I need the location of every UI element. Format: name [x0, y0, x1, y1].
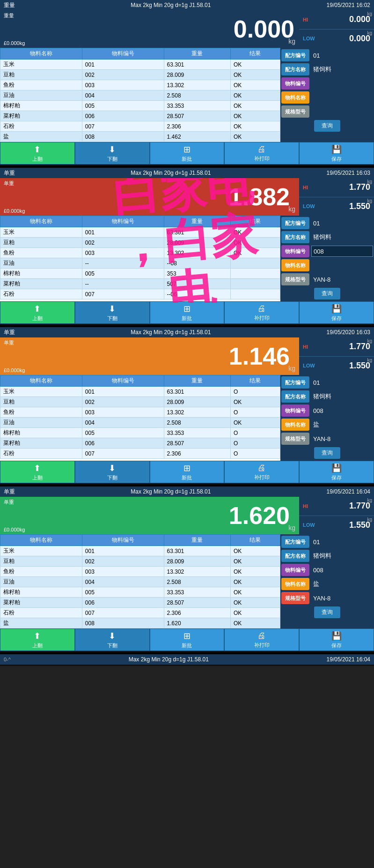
material-no-label-2: 物料编号	[281, 245, 309, 257]
btn-new-2[interactable]: ⊞ 新批	[150, 301, 225, 324]
table-cell: 002	[82, 397, 164, 407]
btn-up-2[interactable]: ⬆ 上翻	[0, 301, 75, 324]
btn-new-1[interactable]: ⊞ 新批	[150, 142, 225, 165]
table-row: 鱼粉00313.302OK	[0, 248, 280, 258]
table-cell: 鱼粉	[0, 248, 82, 258]
topbar-4: 单重 Max 2kg Min 20g d=1g J1.58.01 19/05/2…	[0, 486, 374, 497]
btn-print-4[interactable]: 🖨 补打印	[224, 629, 299, 651]
btn-new-4[interactable]: ⊞ 新批	[150, 629, 225, 651]
table-cell: 008	[82, 618, 164, 629]
table-cell: 菜籽粕	[0, 598, 82, 608]
weight-main-2: 单重 1.882 £0.000kg kg	[0, 178, 299, 216]
btn-up-icon-4: ⬆	[34, 631, 41, 641]
table-cell: 13.302	[164, 80, 230, 90]
btn-up-4[interactable]: ⬆ 上翻	[0, 629, 75, 651]
hi-row-2: HI 1.770 kg	[299, 178, 374, 197]
table-cell: 28.009	[164, 397, 230, 407]
formula-no-value-3: 01	[311, 379, 373, 386]
btn-print-label-2: 补打印	[254, 314, 270, 322]
spec-label-3: 规格型号	[281, 433, 309, 445]
btn-down-1[interactable]: ⬇ 下翻	[75, 142, 150, 165]
table-cell: 28.507	[164, 111, 230, 121]
table-cell: O	[230, 407, 280, 418]
spec-label-1: 规格型号	[281, 105, 309, 118]
hi-row-3: HI 1.770 kg	[299, 337, 374, 356]
btn-up-3[interactable]: ⬆ 上翻	[0, 461, 75, 483]
kg-unit-1: kg	[288, 37, 295, 45]
btn-new-icon-4: ⊞	[183, 631, 191, 641]
btn-new-3[interactable]: ⊞ 新批	[150, 461, 225, 483]
btn-print-label-4: 补打印	[254, 642, 270, 649]
query-btn-1[interactable]: 查询	[314, 120, 340, 132]
table-cell: OK	[230, 90, 280, 101]
topbar-left-1: 重量	[4, 1, 15, 9]
spec-label-2: 规格型号	[281, 273, 309, 285]
spec-value-4: YAN-8	[311, 595, 373, 602]
table-cell: OK	[230, 101, 280, 111]
topbar-2: 单重 Max 2kg Min 20g d=1g J1.58.01 19/05/2…	[0, 168, 374, 178]
btn-save-icon-2: 💾	[331, 304, 342, 314]
table-cell: 33.353	[164, 587, 230, 598]
table-cell: 63.301	[164, 546, 230, 556]
data-table-1: 物料名称 物料编号 重量 结果 玉米00163.301OK豆粕00228.009…	[0, 48, 280, 142]
btn-save-2[interactable]: 💾 保存	[299, 301, 374, 324]
table-cell: --	[82, 258, 164, 269]
btn-print-1[interactable]: 🖨 补打印	[224, 142, 299, 165]
weight-value-1: 0.000	[234, 17, 294, 41]
query-btn-4[interactable]: 查询	[314, 606, 340, 618]
weight-main-1: 重量 0.000 £0.000kg kg	[0, 10, 299, 48]
btn-save-1[interactable]: 💾 保存	[299, 142, 374, 165]
btn-print-2[interactable]: 🖨 补打印	[224, 301, 299, 324]
btn-save-label-1: 保存	[331, 156, 342, 163]
table-cell: 004	[82, 418, 164, 428]
table-row: 菜籽粕00628.507OK	[0, 598, 280, 608]
col-weight-2: 重量	[164, 216, 230, 227]
btn-print-3[interactable]: 🖨 补打印	[224, 461, 299, 483]
topbar-center-4: Max 2kg Min 20g d=1g J1.58.01	[131, 488, 211, 495]
table-cell: 石粉	[0, 449, 82, 459]
btn-new-label-3: 新批	[182, 474, 192, 481]
hi-label-4: HI	[303, 503, 308, 509]
btn-down-2[interactable]: ⬇ 下翻	[75, 301, 150, 324]
weight-label-2: 单重	[4, 180, 14, 187]
table-cell: 豆油	[0, 90, 82, 101]
weight-area-1: 重量 0.000 £0.000kg kg HI 0.000 kg LOW 0.0…	[0, 10, 374, 48]
kg-unit-3: kg	[288, 365, 295, 372]
btn-new-label-2: 新批	[182, 315, 192, 322]
table-cell: OK	[230, 111, 280, 121]
query-btn-3[interactable]: 查询	[314, 447, 340, 459]
panel-1: 重量 Max 2kg Min 20g d=1g J1.58.01 19/05/2…	[0, 0, 374, 168]
btn-save-4[interactable]: 💾 保存	[299, 629, 374, 651]
btn-print-icon-4: 🖨	[257, 631, 266, 641]
table-row: 玉米00163.301O	[0, 387, 280, 397]
topbar-center-5: Max 2kg Min 20g d=1g J1.58.01	[129, 656, 209, 663]
right-panel-2: 配方编号 01 配方名称 猪饲料 物料编号 008 物料名称 规格型号 Y	[280, 216, 374, 301]
btn-down-3[interactable]: ⬇ 下翻	[75, 461, 150, 483]
query-btn-2[interactable]: 查询	[314, 288, 340, 299]
btn-down-4[interactable]: ⬇ 下翻	[75, 629, 150, 651]
low-unit-3: kg	[367, 358, 372, 363]
table-cell: 2.508	[164, 577, 230, 587]
low-unit-4: kg	[367, 517, 372, 522]
formula-no-value-4: 01	[311, 539, 373, 546]
table-row: 鱼粉00313.302OK	[0, 80, 280, 90]
formula-no-label-4: 配方编号	[281, 536, 309, 548]
table-row: 石粉0072.306OK	[0, 121, 280, 132]
topbar-3: 单重 Max 2kg Min 20g d=1g J1.58.01 19/05/2…	[0, 327, 374, 337]
material-no-label-3: 物料编号	[281, 404, 309, 417]
formula-name-value-1: 猪饲料	[311, 65, 373, 74]
formula-name-row-4: 配方名称 猪饲料	[281, 549, 373, 562]
table-row: 豆粕00228.009OK	[0, 556, 280, 567]
table-cell: 豆粕	[0, 556, 82, 567]
weight-side-4: HI 1.770 kg LOW 1.550 kg	[299, 497, 374, 534]
material-no-row-2: 物料编号 008	[281, 245, 373, 258]
table-row: 豆粕00228.009OK	[0, 70, 280, 80]
table-cell: 006	[82, 598, 164, 608]
btn-save-3[interactable]: 💾 保存	[299, 461, 374, 483]
btn-up-1[interactable]: ⬆ 上翻	[0, 142, 75, 165]
formula-name-value-4: 猪饲料	[311, 552, 373, 560]
material-name-value-3: 盐	[311, 420, 373, 429]
table-cell: 菜籽粕	[0, 279, 82, 289]
table-cell: 盐	[0, 618, 82, 629]
table-cell: 13.302	[164, 407, 230, 418]
